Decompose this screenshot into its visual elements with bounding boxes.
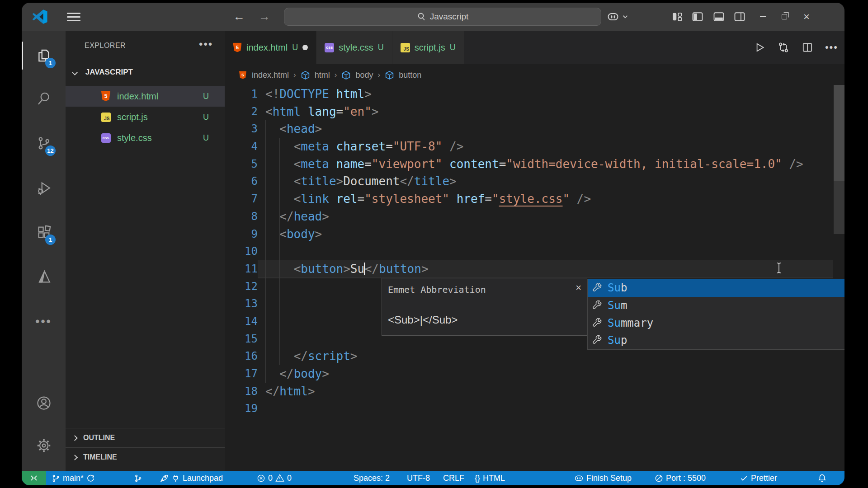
sidebar-item-extensions[interactable]: 1	[22, 218, 66, 246]
code-line-17[interactable]: 17 </body>	[225, 365, 833, 383]
vscode-window: ← → Javascript	[22, 3, 844, 485]
line-content: <!DOCTYPE html>	[258, 85, 833, 103]
line-number: 15	[225, 330, 258, 348]
problems-status[interactable]: 0 0	[257, 471, 292, 485]
notifications-bell[interactable]	[817, 471, 827, 485]
indent-guide	[265, 120, 266, 383]
tab-index-html[interactable]: 5 index.html U	[225, 31, 316, 64]
suggest-item-sub[interactable]: Sub	[588, 279, 844, 297]
breadcrumb-file[interactable]: index.html	[252, 70, 289, 80]
menu-icon[interactable]	[67, 10, 80, 23]
suggest-item-sum[interactable]: Sum	[588, 297, 844, 314]
code-line-11[interactable]: 11 <button>Su</button>	[225, 260, 833, 278]
breadcrumb-node[interactable]: html	[315, 70, 330, 80]
unsaved-dot-icon[interactable]	[302, 45, 308, 50]
customize-layout-icon[interactable]	[671, 10, 684, 23]
minimize-button[interactable]	[756, 10, 770, 23]
copilot-icon[interactable]	[607, 10, 619, 23]
breadcrumb-node[interactable]: button	[399, 70, 421, 80]
line-number: 13	[225, 295, 258, 313]
code-line-4[interactable]: 4 <meta charset="UTF-8" />	[225, 138, 833, 155]
tab-style-css[interactable]: css style.css U	[316, 31, 392, 64]
scrollbar-track[interactable]	[834, 181, 844, 234]
git-graph-button[interactable]	[134, 471, 142, 485]
back-arrow-icon[interactable]: ←	[232, 10, 246, 23]
toggle-primary-sidebar-icon[interactable]	[691, 10, 704, 23]
sidebar-item-source-control[interactable]: 12	[22, 129, 66, 157]
code-line-9[interactable]: 9 <body>	[225, 225, 833, 243]
scrollbar-thumb[interactable]	[834, 85, 844, 181]
explorer-badge: 1	[45, 58, 56, 68]
title-bar: ← → Javascript	[22, 3, 844, 31]
toggle-panel-icon[interactable]	[712, 10, 725, 23]
outline-section[interactable]: OUTLINE	[66, 428, 225, 447]
code-line-6[interactable]: 6 <title>Document</title>	[225, 173, 833, 190]
code-line-10[interactable]: 10	[225, 243, 833, 260]
indentation-status[interactable]: Spaces: 2	[354, 471, 390, 485]
settings-gear-icon[interactable]	[22, 432, 66, 460]
run-button[interactable]	[754, 42, 765, 53]
sidebar-item-run-debug[interactable]	[22, 174, 66, 202]
bell-icon	[817, 474, 827, 483]
more-actions-icon[interactable]: •••	[825, 42, 838, 53]
toggle-secondary-sidebar-icon[interactable]	[733, 10, 746, 23]
line-content: </head>	[258, 208, 833, 225]
git-branch-status[interactable]: main*	[52, 471, 95, 485]
remote-indicator[interactable]	[22, 471, 46, 485]
line-number: 10	[225, 243, 258, 260]
extensions-badge: 1	[45, 235, 56, 245]
code-line-1[interactable]: 1<!DOCTYPE html>	[225, 85, 833, 103]
open-changes-icon[interactable]	[777, 41, 790, 54]
sidebar-item-search[interactable]	[22, 84, 66, 113]
suggest-item-summary[interactable]: Summary	[588, 314, 844, 332]
run-debug-icon	[36, 180, 52, 196]
copilot-chevron-down-icon[interactable]	[621, 10, 629, 23]
file-row-index-html[interactable]: 5 index.html U	[66, 86, 225, 107]
explorer-more-actions-icon[interactable]: •••	[199, 38, 213, 51]
split-editor-icon[interactable]	[802, 42, 813, 53]
suggest-item-sup[interactable]: Sup	[588, 332, 844, 349]
code-line-18[interactable]: 18</html>	[225, 383, 833, 400]
source-control-badge: 12	[45, 145, 56, 156]
html-file-icon: 5	[233, 43, 242, 52]
file-row-style-css[interactable]: css style.css U	[66, 127, 225, 148]
live-server-port-status[interactable]: Port : 5500	[655, 471, 706, 485]
forward-arrow-icon[interactable]: →	[258, 10, 271, 23]
line-content	[258, 243, 833, 260]
branch-icon	[52, 474, 60, 483]
errors-icon	[257, 474, 265, 483]
close-button[interactable]: ×	[800, 10, 813, 23]
project-folder-row[interactable]: JAVASCRIPT	[66, 67, 225, 83]
code-line-16[interactable]: 16 </script>	[225, 347, 833, 365]
prettier-label: Prettier	[751, 474, 777, 483]
sidebar-item-live-preview[interactable]	[22, 263, 66, 291]
code-line-5[interactable]: 5 <meta name="viewport" content="width=d…	[225, 155, 833, 173]
language-mode-status[interactable]: {} HTML	[475, 471, 505, 485]
command-search-input[interactable]: Javascript	[284, 8, 601, 26]
code-line-8[interactable]: 8 </head>	[225, 208, 833, 225]
breadcrumb-node[interactable]: body	[355, 70, 373, 80]
code-line-19[interactable]: 19	[225, 400, 833, 418]
close-icon[interactable]: ×	[576, 282, 581, 294]
tab-label: index.html	[246, 42, 288, 53]
line-content: </body>	[258, 365, 833, 383]
launchpad-button[interactable]: Launchpad	[160, 471, 223, 485]
line-number: 9	[225, 225, 258, 243]
timeline-section[interactable]: TIMELINE	[66, 447, 225, 467]
more-views-icon[interactable]: •••	[22, 307, 66, 335]
code-line-7[interactable]: 7 <link rel="stylesheet" href="style.css…	[225, 190, 833, 208]
sidebar-item-explorer[interactable]: 1	[22, 42, 66, 70]
file-name: style.css	[117, 133, 152, 143]
eol-status[interactable]: CRLF	[443, 471, 464, 485]
code-line-2[interactable]: 2<html lang="en">	[225, 103, 833, 121]
prettier-status[interactable]: Prettier	[740, 471, 777, 485]
account-icon[interactable]	[22, 389, 66, 417]
encoding-status[interactable]: UTF-8	[407, 471, 430, 485]
restore-button[interactable]	[778, 10, 791, 23]
tab-script-js[interactable]: JS script.js U	[392, 31, 464, 64]
code-line-3[interactable]: 3 <head>	[225, 120, 833, 138]
copilot-status[interactable]: Finish Setup	[574, 471, 632, 485]
tab-git-status: U	[292, 43, 298, 52]
file-row-script-js[interactable]: JS script.js U	[66, 107, 225, 127]
search-icon	[36, 91, 52, 106]
